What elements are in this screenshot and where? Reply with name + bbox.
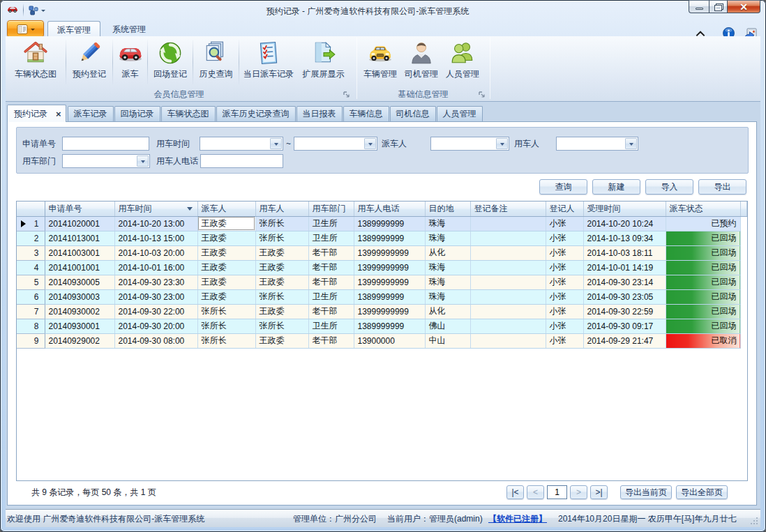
maximize-button[interactable] xyxy=(709,0,728,13)
document-tab-4[interactable]: 派车历史记录查询 xyxy=(216,106,296,121)
import-button[interactable]: 导入 xyxy=(645,179,693,195)
grid-cell[interactable]: 20141013001 xyxy=(45,231,114,245)
dispatch-status-cell[interactable]: 已回场 xyxy=(666,260,740,275)
ribbon-button-people[interactable]: 人员管理 xyxy=(441,38,484,87)
grid-row-9[interactable]: 9201409290022014-09-30 08:00张所长王政委老干部139… xyxy=(17,333,747,348)
grid-cell[interactable]: 卫生所 xyxy=(308,319,354,333)
grid-cell[interactable]: 王政委 xyxy=(197,275,255,289)
tab-close-icon[interactable]: × xyxy=(56,109,61,119)
grid-cell[interactable]: 2014-09-30 20:00 xyxy=(114,319,197,333)
page-number-input[interactable] xyxy=(547,485,567,499)
grid-cell[interactable]: 2014-10-13 09:34 xyxy=(583,231,666,245)
grid-cell[interactable]: 2014-09-30 23:30 xyxy=(114,275,197,289)
grid-cell[interactable]: 2014-10-03 20:00 xyxy=(114,245,197,260)
grid-cell[interactable]: 老干部 xyxy=(308,260,354,275)
grid-column-header[interactable]: 用车部门 xyxy=(308,202,354,216)
query-button[interactable]: 查询 xyxy=(539,179,587,195)
ribbon-button-recycle[interactable]: 回场登记 xyxy=(148,38,193,87)
grid-cell[interactable]: 2014-09-30 22:59 xyxy=(583,304,666,319)
prev-page-button[interactable]: < xyxy=(527,485,544,499)
grid-cell[interactable]: 小张 xyxy=(546,260,583,275)
grid-cell[interactable]: 2014-10-20 10:24 xyxy=(583,216,666,231)
document-tab-6[interactable]: 车辆信息 xyxy=(343,106,389,121)
grid-row-7[interactable]: 7201409300022014-09-30 22:00张所长王政委老干部139… xyxy=(17,304,747,319)
ribbon-button-driver[interactable]: 司机管理 xyxy=(402,38,441,87)
grid-cell[interactable]: 2014-10-03 18:11 xyxy=(583,245,666,260)
combo-dropdown-icon[interactable] xyxy=(137,155,149,167)
row-header[interactable]: 9 xyxy=(17,333,45,348)
grid-cell[interactable]: 小张 xyxy=(546,216,583,231)
row-header[interactable]: 5 xyxy=(17,275,45,289)
grid-cell[interactable]: 小张 xyxy=(546,319,583,333)
ribbon-button-house[interactable]: 车辆状态图 xyxy=(6,38,66,87)
combo-dropdown-icon[interactable] xyxy=(270,138,282,149)
grid-cell[interactable]: 2014-09-30 09:17 xyxy=(583,319,666,333)
resize-grip-icon[interactable] xyxy=(750,517,758,525)
grid-cell[interactable]: 2014-09-30 23:00 xyxy=(114,289,197,304)
document-tab-5[interactable]: 当日报表 xyxy=(296,106,343,121)
row-header[interactable]: 4 xyxy=(17,260,45,275)
grid-cell[interactable]: 张所长 xyxy=(197,333,255,348)
grid-cell[interactable] xyxy=(470,319,546,333)
ribbon-button-yellow-car[interactable]: 车辆管理 xyxy=(359,38,402,87)
grid-cell[interactable] xyxy=(470,333,546,348)
dispatcher-combo[interactable] xyxy=(430,137,509,151)
dispatch-status-cell[interactable]: 已回场 xyxy=(666,275,740,289)
grid-cell[interactable]: 2014-09-30 23:05 xyxy=(583,289,666,304)
grid-cell[interactable]: 老干部 xyxy=(308,333,354,348)
grid-cell[interactable]: 珠海 xyxy=(425,289,470,304)
grid-cell[interactable]: 2014-10-01 14:19 xyxy=(583,260,666,275)
row-header[interactable]: 6 xyxy=(17,289,45,304)
grid-cell[interactable]: 小张 xyxy=(546,231,583,245)
grid-cell[interactable]: 2014-09-29 21:47 xyxy=(583,333,666,348)
grid-cell[interactable] xyxy=(470,245,546,260)
apply-no-input[interactable] xyxy=(62,137,149,151)
user-phone-input[interactable] xyxy=(200,154,283,168)
grid-cell[interactable]: 佛山 xyxy=(425,319,470,333)
grid-row-1[interactable]: 1201410200012014-10-20 13:00王政委张所长卫生所138… xyxy=(17,216,747,231)
dispatch-status-cell[interactable]: 已回场 xyxy=(666,231,740,245)
grid-cell[interactable]: 20140929002 xyxy=(45,333,114,348)
last-page-button[interactable]: >| xyxy=(590,485,608,499)
grid-cell[interactable]: 13900000 xyxy=(354,333,425,348)
grid-cell[interactable]: 王政委 xyxy=(197,216,255,231)
row-header[interactable]: 3 xyxy=(17,245,45,260)
grid-cell[interactable]: 小张 xyxy=(546,275,583,289)
grid-cell[interactable]: 张所长 xyxy=(255,216,308,231)
grid-row-6[interactable]: 6201409300032014-09-30 23:00王政委张所长卫生所138… xyxy=(17,289,747,304)
dispatch-status-cell[interactable]: 已回场 xyxy=(666,245,740,260)
grid-cell[interactable]: 王政委 xyxy=(255,260,308,275)
dialog-launcher-icon[interactable] xyxy=(343,91,350,98)
grid-cell[interactable]: 老干部 xyxy=(308,245,354,260)
grid-cell[interactable]: 张所长 xyxy=(255,289,308,304)
grid-cell[interactable]: 张所长 xyxy=(255,319,308,333)
grid-cell[interactable]: 2014-09-30 08:00 xyxy=(114,333,197,348)
combo-dropdown-icon[interactable] xyxy=(625,138,637,149)
grid-column-header[interactable]: 派车人 xyxy=(197,202,255,216)
combo-dropdown-icon[interactable] xyxy=(496,138,508,149)
dispatch-status-cell[interactable]: 已预约 xyxy=(666,216,740,231)
grid-cell[interactable]: 王政委 xyxy=(255,304,308,319)
ribbon-button-red-car[interactable]: 派车 xyxy=(113,38,147,87)
grid-cell[interactable]: 20140930003 xyxy=(45,289,114,304)
grid-cell[interactable]: 卫生所 xyxy=(308,289,354,304)
grid-cell[interactable]: 王政委 xyxy=(197,245,255,260)
dispatch-status-cell[interactable]: 已回场 xyxy=(666,304,740,319)
row-header[interactable]: 7 xyxy=(17,304,45,319)
grid-cell[interactable]: 13999999999 xyxy=(354,304,425,319)
close-button[interactable]: ✕ xyxy=(728,0,760,13)
first-page-button[interactable]: |< xyxy=(506,485,524,499)
export-button[interactable]: 导出 xyxy=(698,179,746,195)
export-all-pages-button[interactable]: 导出全部页 xyxy=(676,485,728,499)
grid-cell[interactable]: 王政委 xyxy=(197,260,255,275)
grid-cell[interactable]: 张所长 xyxy=(197,319,255,333)
grid-cell[interactable]: 20140930002 xyxy=(45,304,114,319)
grid-cell[interactable]: 2014-09-30 22:00 xyxy=(114,304,197,319)
grid-cell[interactable] xyxy=(470,304,546,319)
grid-cell[interactable] xyxy=(470,275,546,289)
license-registered-link[interactable]: 【软件已注册】 xyxy=(488,513,547,525)
document-tab-7[interactable]: 司机信息 xyxy=(390,106,436,121)
grid-cell[interactable] xyxy=(470,260,546,275)
grid-cell[interactable]: 2014-10-20 13:00 xyxy=(114,216,197,231)
use-time-from-combo[interactable] xyxy=(200,137,283,151)
